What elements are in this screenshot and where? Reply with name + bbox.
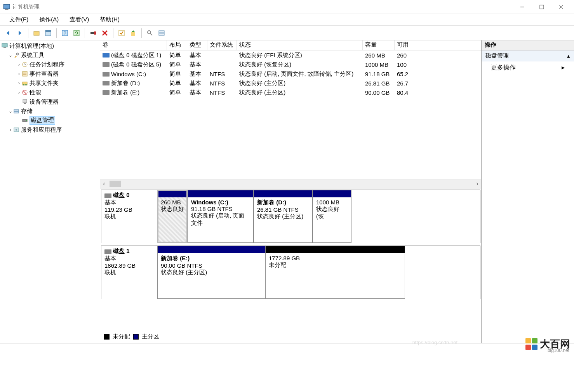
menu-view[interactable]: 查看(V): [64, 14, 94, 25]
partition-bar: [158, 190, 187, 197]
tree-performance[interactable]: › 性能: [1, 88, 100, 97]
help-button[interactable]: ?: [60, 28, 70, 38]
tree-system-tools[interactable]: ⌄ 系统工具: [1, 51, 100, 60]
close-button[interactable]: [551, 0, 571, 14]
expand-icon[interactable]: ›: [16, 71, 22, 77]
legend-swatch-primary: [133, 334, 139, 340]
device-icon: [22, 99, 28, 105]
collapse-icon[interactable]: ⌄: [8, 108, 13, 114]
svg-rect-20: [159, 31, 164, 35]
volume-row[interactable]: (磁盘 0 磁盘分区 5)简单基本状态良好 (恢复分区)1000 MB100: [100, 60, 481, 69]
legend-swatch-unallocated: [104, 334, 110, 340]
up-button[interactable]: [31, 28, 42, 38]
volume-row[interactable]: Windows (C:)简单基本NTFS状态良好 (启动, 页面文件, 故障转储…: [100, 69, 481, 78]
check-button[interactable]: [117, 28, 127, 38]
volume-row[interactable]: 新加卷 (D:)简单基本NTFS状态良好 (主分区)26.81 GB26.7: [100, 78, 481, 88]
refresh-button[interactable]: [71, 28, 82, 38]
find-button[interactable]: [145, 28, 155, 38]
tree-label: 事件查看器: [30, 70, 59, 78]
volume-icon: [103, 81, 110, 85]
disk-info[interactable]: 磁盘 1基本1862.89 GB联机: [101, 246, 157, 299]
volume-icon: [103, 72, 110, 77]
partition[interactable]: 260 MB状态良好: [157, 190, 188, 243]
tree-root[interactable]: 计算机管理(本地): [1, 41, 100, 51]
horizontal-scrollbar[interactable]: ‹ ›: [100, 179, 481, 187]
tree-storage[interactable]: ⌄ 存储: [1, 106, 100, 116]
back-button[interactable]: [3, 28, 13, 38]
svg-rect-40: [14, 112, 19, 113]
partition[interactable]: 1000 MB状态良好 (恢: [313, 190, 351, 243]
actions-pane: 操作 磁盘管理 ▴ 更多操作 ▸: [482, 40, 574, 343]
collapse-icon[interactable]: ⌄: [8, 52, 13, 58]
partition[interactable]: Windows (C:)91.18 GB NTFS状态良好 (启动, 页面文件: [188, 190, 254, 243]
svg-rect-29: [23, 71, 27, 76]
col-status[interactable]: 状态: [237, 40, 363, 50]
tree-label: 任务计划程序: [30, 61, 64, 68]
partition-bar: [266, 246, 405, 253]
svg-point-25: [16, 53, 19, 55]
menu-file[interactable]: 文件(F): [4, 14, 34, 25]
expand-icon[interactable]: ›: [8, 127, 13, 132]
collapse-icon[interactable]: ▴: [567, 52, 570, 59]
tree-services[interactable]: › 服务和应用程序: [1, 125, 100, 134]
col-volume[interactable]: 卷: [100, 40, 167, 50]
tree-event-viewer[interactable]: › 事件查看器: [1, 69, 100, 78]
forward-button[interactable]: [15, 28, 25, 38]
computer-icon: [2, 43, 8, 49]
tree-label: 计算机管理(本地): [9, 42, 54, 50]
col-free[interactable]: 可用: [395, 40, 410, 50]
scroll-left-icon[interactable]: ‹: [100, 180, 108, 187]
tree-disk-management[interactable]: 磁盘管理: [1, 116, 100, 125]
partition-bar: [158, 246, 265, 253]
svg-rect-8: [45, 30, 51, 32]
expand-icon[interactable]: ›: [16, 80, 22, 86]
main-area: 计算机管理(本地) ⌄ 系统工具 › 任务计划程序 › 事件查看器 › 共享文件…: [0, 40, 574, 343]
minimize-button[interactable]: [513, 0, 532, 14]
tree-label: 服务和应用程序: [21, 126, 62, 134]
disk-icon: [104, 249, 111, 254]
scroll-right-icon[interactable]: ›: [473, 180, 481, 187]
properties-button[interactable]: [43, 28, 53, 38]
delete-button[interactable]: [100, 28, 110, 38]
window-title: 计算机管理: [12, 3, 40, 10]
col-type[interactable]: 类型: [187, 40, 207, 50]
actions-group-header[interactable]: 磁盘管理 ▴: [482, 51, 574, 61]
actions-more[interactable]: 更多操作 ▸: [482, 61, 574, 74]
svg-text:?: ?: [64, 31, 66, 36]
list-button[interactable]: [157, 28, 167, 38]
disk-info[interactable]: 磁盘 0基本119.23 GB联机: [101, 190, 157, 243]
svg-rect-1: [5, 9, 9, 10]
col-layout[interactable]: 布局: [167, 40, 187, 50]
svg-rect-38: [24, 103, 26, 104]
scroll-thumb[interactable]: [110, 181, 121, 187]
col-fs[interactable]: 文件系统: [207, 40, 237, 50]
tree-label: 性能: [30, 89, 41, 96]
svg-rect-6: [34, 31, 39, 35]
partition[interactable]: 新加卷 (D:)26.81 GB NTFS状态良好 (主分区): [254, 190, 313, 243]
menu-action[interactable]: 操作(A): [34, 14, 64, 25]
tree-shared-folders[interactable]: › 共享文件夹: [1, 78, 100, 88]
volume-list: 卷 布局 类型 文件系统 状态 容量 可用 (磁盘 0 磁盘分区 1)简单基本状…: [100, 40, 481, 189]
col-capacity[interactable]: 容量: [363, 40, 395, 50]
chevron-right-icon: ▸: [562, 64, 565, 72]
export-button[interactable]: [128, 28, 138, 38]
partition[interactable]: 1772.89 GB未分配: [265, 246, 405, 299]
expand-icon[interactable]: ›: [16, 90, 22, 95]
svg-point-44: [16, 129, 17, 131]
toolbar: ?: [0, 26, 574, 40]
expand-icon[interactable]: ›: [16, 62, 22, 67]
volume-row[interactable]: (磁盘 0 磁盘分区 1)简单基本状态良好 (EFI 系统分区)260 MB26…: [100, 51, 481, 60]
settings-button[interactable]: [88, 28, 98, 38]
legend-primary: 主分区: [142, 333, 159, 340]
svg-point-42: [26, 120, 27, 121]
tree-device-manager[interactable]: 设备管理器: [1, 97, 100, 106]
clock-icon: [22, 61, 28, 68]
perf-icon: [22, 89, 28, 96]
legend-unallocated: 未分配: [113, 333, 130, 340]
tree-task-scheduler[interactable]: › 任务计划程序: [1, 60, 100, 69]
volume-row[interactable]: 新加卷 (E:)简单基本NTFS状态良好 (主分区)90.00 GB80.4: [100, 88, 481, 97]
svg-rect-17: [131, 32, 135, 36]
maximize-button[interactable]: [532, 0, 551, 14]
menu-help[interactable]: 帮助(H): [94, 14, 125, 25]
partition[interactable]: 新加卷 (E:)90.00 GB NTFS状态良好 (主分区): [157, 246, 265, 299]
